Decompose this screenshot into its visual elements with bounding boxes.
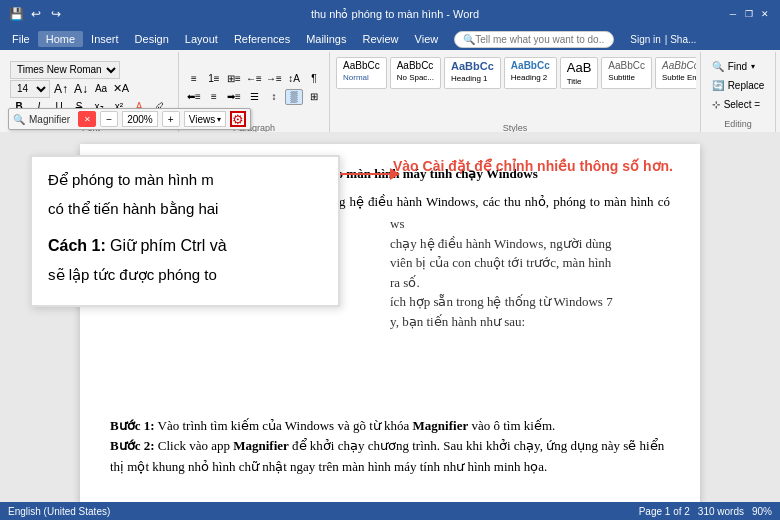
show-formatting-button[interactable]: ¶ <box>305 71 323 87</box>
search-input[interactable] <box>475 34 605 45</box>
ribbon-group-editing: 🔍 Find ▾ 🔄 Replace ⊹ Select = Editing <box>701 52 776 137</box>
tooltip-ctrl2-line: sẽ lập tức được phóng to <box>48 264 322 287</box>
clear-format-button[interactable]: ✕A <box>112 81 130 97</box>
status-words: 310 words <box>698 506 744 517</box>
tooltip-line1: Để phóng to màn hình m <box>48 169 322 192</box>
doc-right-para5: ích hợp sẵn trong hệ thống từ Windows 7 <box>390 292 690 312</box>
magnifier-icon: 🔍 <box>13 114 25 125</box>
select-button[interactable]: ⊹ Select = <box>707 96 770 113</box>
status-zoom: 90% <box>752 506 772 517</box>
style-subtle-em-button[interactable]: AaBbCc Subtle Em... <box>655 57 696 89</box>
align-left-button[interactable]: ⬅≡ <box>185 89 203 105</box>
tooltip-cach-line: Cách 1: Giữ phím Ctrl và <box>48 234 322 258</box>
justify-button[interactable]: ☰ <box>245 89 263 105</box>
line-spacing-button[interactable]: ↕ <box>265 89 283 105</box>
align-center-button[interactable]: ≡ <box>205 89 223 105</box>
magnifier-zoom-out-button[interactable]: − <box>100 111 118 127</box>
document-step2: Bước 2: Click vào app Magnifier để khởi … <box>110 436 670 478</box>
step2-text: Click vào app <box>158 438 233 453</box>
decrease-indent-button[interactable]: ←≡ <box>245 71 263 87</box>
align-right-button[interactable]: ➡≡ <box>225 89 243 105</box>
tooltip-line2: có thể tiến hành bằng hai <box>48 198 322 221</box>
bullets-button[interactable]: ≡ <box>185 71 203 87</box>
multilevel-button[interactable]: ⊞≡ <box>225 71 243 87</box>
doc-right-para1: ws <box>390 214 690 234</box>
step1-end: vào ô tìm kiếm. <box>471 418 555 433</box>
restore-button[interactable]: ❐ <box>742 7 756 21</box>
step2-label: Bước 2: <box>110 438 155 453</box>
magnifier-zoom-in-button[interactable]: + <box>162 111 180 127</box>
close-button[interactable]: ✕ <box>758 7 772 21</box>
paragraph-buttons: ≡ 1≡ ⊞≡ ←≡ →≡ ↕A ¶ ⬅≡ ≡ ➡≡ ☰ ↕ ▒ ⊞ <box>185 71 323 105</box>
sign-in-area: Sign in | Sha... <box>622 34 704 45</box>
tooltip-ctrl: Giữ phím Ctrl và <box>110 237 227 254</box>
increase-font-size-button[interactable]: A↑ <box>52 81 70 97</box>
status-page: Page 1 of 2 <box>639 506 690 517</box>
font-family-select[interactable]: Times New Roman <box>10 61 120 79</box>
doc-right-para2: chạy hệ điều hành Windows, người dùng <box>390 234 690 254</box>
menu-view[interactable]: View <box>407 31 447 47</box>
status-right: Page 1 of 2 310 words 90% <box>639 506 772 517</box>
font-size-select[interactable]: 14 <box>10 80 50 98</box>
decrease-font-size-button[interactable]: A↓ <box>72 81 90 97</box>
increase-indent-button[interactable]: →≡ <box>265 71 283 87</box>
style-title-button[interactable]: AaB Title <box>560 57 599 89</box>
arrow-annotation <box>340 168 400 180</box>
editing-buttons: 🔍 Find ▾ 🔄 Replace ⊹ Select = <box>707 54 770 117</box>
tooltip-overlay: Để phóng to màn hình m có thể tiến hành … <box>30 155 340 307</box>
font-inputs: Times New Roman 14 A↑ A↓ Aa ✕A B I U S x <box>10 61 168 115</box>
style-subtitle-button[interactable]: AaBbCc Subtitle <box>601 57 652 89</box>
step1-text: Vào trình tìm kiếm của Windows và gõ từ … <box>158 418 413 433</box>
magnifier-toolbar: 🔍 Magnifier ✕ − 200% + Views ▾ ⚙ <box>8 108 251 130</box>
magnifier-close-button[interactable]: ✕ <box>78 111 96 127</box>
numbering-button[interactable]: 1≡ <box>205 71 223 87</box>
annotation-text: Vào Cài đặt để chỉnh nhiều thông số hơn. <box>393 158 673 174</box>
editing-group-label: Editing <box>724 117 752 131</box>
magnifier-title: Magnifier <box>29 114 70 125</box>
menu-home[interactable]: Home <box>38 31 83 47</box>
para-row-2: ⬅≡ ≡ ➡≡ ☰ ↕ ▒ ⊞ <box>185 89 323 105</box>
arrow-line <box>340 173 390 175</box>
magnifier-settings-button[interactable]: ⚙ <box>230 111 246 127</box>
menu-references[interactable]: References <box>226 31 298 47</box>
tell-me-searchbar[interactable]: 🔍 <box>454 31 614 48</box>
redo-button[interactable]: ↪ <box>48 6 64 22</box>
step1-label: Bước 1: <box>110 418 155 433</box>
doc-right-text: ws chạy hệ điều hành Windows, người dùng… <box>390 214 690 331</box>
replace-button[interactable]: 🔄 Replace <box>707 77 770 94</box>
find-button[interactable]: 🔍 Find ▾ <box>707 58 770 75</box>
step2-bold: Magnifier <box>233 438 289 453</box>
change-case-button[interactable]: Aa <box>92 81 110 97</box>
style-heading1-button[interactable]: AaBbCc Heading 1 <box>444 57 501 89</box>
save-button[interactable]: 💾 <box>8 6 24 22</box>
magnifier-zoom-percent: 200% <box>122 111 158 127</box>
doc-right-para3: viên bị của con chuột tới trước, màn hìn… <box>390 253 690 273</box>
status-language: English (United States) <box>8 506 110 517</box>
sort-button[interactable]: ↕A <box>285 71 303 87</box>
minimize-button[interactable]: ─ <box>726 7 740 21</box>
menu-design[interactable]: Design <box>127 31 177 47</box>
undo-button[interactable]: ↩ <box>28 6 44 22</box>
menu-review[interactable]: Review <box>355 31 407 47</box>
doc-right-para6: y, bạn tiến hành như sau: <box>390 312 690 332</box>
document-step1: Bước 1: Vào trình tìm kiếm của Windows v… <box>110 416 670 437</box>
ribbon-group-styles: AaBbCc Normal AaBbCc No Spac... AaBbCc H… <box>330 52 701 137</box>
window-title: thu nhỏ phóng to màn hình - Word <box>311 8 479 21</box>
step1-bold: Magnifier <box>413 418 469 433</box>
menu-insert[interactable]: Insert <box>83 31 127 47</box>
title-bar: 💾 ↩ ↪ thu nhỏ phóng to màn hình - Word ─… <box>0 0 780 28</box>
magnifier-views-button[interactable]: Views ▾ <box>184 111 227 127</box>
doc-right-para4: ra số. <box>390 273 690 293</box>
style-heading2-button[interactable]: AaBbCc Heading 2 <box>504 57 557 89</box>
menu-layout[interactable]: Layout <box>177 31 226 47</box>
borders-button[interactable]: ⊞ <box>305 89 323 105</box>
status-bar: English (United States) Page 1 of 2 310 … <box>0 502 780 520</box>
style-nospace-button[interactable]: AaBbCc No Spac... <box>390 57 441 89</box>
menu-file[interactable]: File <box>4 31 38 47</box>
menu-bar: File Home Insert Design Layout Reference… <box>0 28 780 50</box>
shading-button[interactable]: ▒ <box>285 89 303 105</box>
style-normal-button[interactable]: AaBbCc Normal <box>336 57 387 89</box>
document-steps: Bước 1: Vào trình tìm kiếm của Windows v… <box>110 416 670 478</box>
quick-access-toolbar: 💾 ↩ ↪ <box>8 6 64 22</box>
menu-mailings[interactable]: Mailings <box>298 31 354 47</box>
